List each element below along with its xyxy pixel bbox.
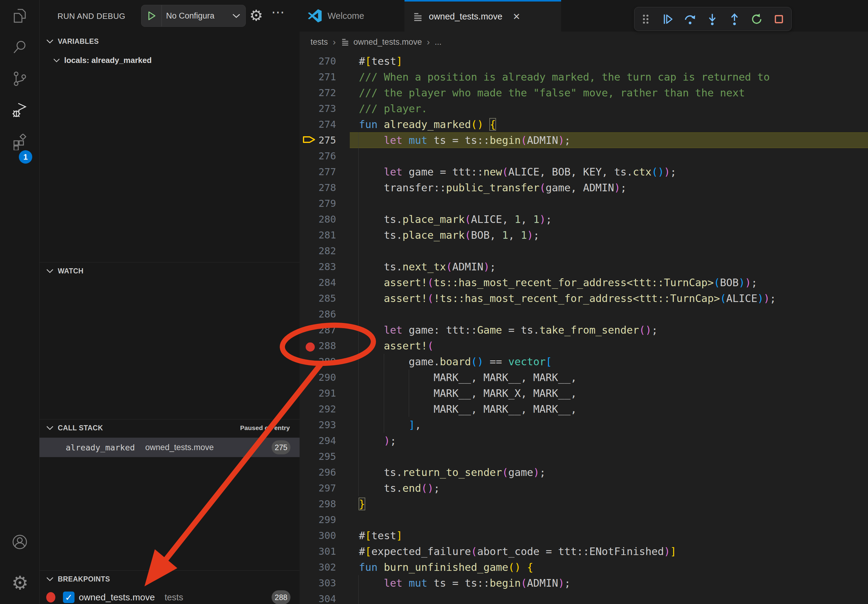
breadcrumb-item[interactable]: tests <box>310 37 328 47</box>
paused-status: Paused on entry <box>240 424 290 432</box>
activity-bar: 1 ⚙ <box>0 0 40 604</box>
step-into-button[interactable] <box>701 7 723 31</box>
more-actions-icon[interactable]: ⋯ <box>271 4 285 20</box>
code-text: ts.end(); <box>359 480 440 496</box>
code-line-277[interactable]: 277 let game = ttt::new(ALICE, BOB, KEY,… <box>299 164 868 180</box>
code-line-271[interactable]: 271/// When a position is already marked… <box>299 69 868 85</box>
breakpoint-file: owned_tests.move <box>79 592 155 602</box>
code-line-302[interactable]: 302fun burn_unfinished_game() { <box>299 559 868 575</box>
code-line-295[interactable]: 295 <box>299 449 868 465</box>
tab-owned-tests-move[interactable]: owned_tests.move ✕ <box>405 0 561 32</box>
chevron-right-icon: › <box>427 37 430 47</box>
continue-button[interactable] <box>657 7 679 31</box>
code-line-273[interactable]: 273/// player. <box>299 101 868 116</box>
editor-group: Welcome owned_tests.move ✕ <box>299 0 868 604</box>
extensions-icon[interactable] <box>12 134 28 150</box>
code-line-289[interactable]: 289 game.board() == vector[ <box>299 354 868 370</box>
config-dropdown[interactable]: No Configura <box>166 11 232 21</box>
stop-button[interactable] <box>768 7 790 31</box>
code-line-296[interactable]: 296 ts.return_to_sender(game); <box>299 465 868 480</box>
line-number: 283 <box>313 259 336 275</box>
code-line-281[interactable]: 281 ts.place_mark(BOB, 1, 1); <box>299 227 868 243</box>
code-line-300[interactable]: 300#[test] <box>299 528 868 544</box>
breadcrumb-item[interactable]: owned_tests.move <box>353 37 422 47</box>
breakpoint-item[interactable]: ✓owned_tests.movetests288 <box>40 589 299 604</box>
debug-settings-gear-icon[interactable]: ⚙ <box>250 7 263 24</box>
code-line-304[interactable]: 304 <box>299 591 868 604</box>
search-icon[interactable] <box>12 39 28 55</box>
line-number: 275 <box>313 132 336 148</box>
code-line-290[interactable]: 290 MARK__, MARK__, MARK__, <box>299 370 868 385</box>
explorer-icon[interactable] <box>12 8 28 24</box>
code-line-287[interactable]: 287 let game: ttt::Game = ts.take_from_s… <box>299 322 868 338</box>
vscode-logo-icon <box>307 9 322 23</box>
code-text: ts.place_mark(ALICE, 1, 1); <box>359 211 552 227</box>
account-icon[interactable] <box>12 534 28 550</box>
code-line-291[interactable]: 291 MARK__, MARK_X, MARK__, <box>299 385 868 401</box>
code-line-293[interactable]: 293 ], <box>299 417 868 433</box>
code-line-288[interactable]: 288 assert!( <box>299 338 868 354</box>
code-line-270[interactable]: 270#[test] <box>299 53 868 69</box>
code-line-285[interactable]: 285 assert!(!ts::has_most_recent_for_add… <box>299 290 868 306</box>
code-line-301[interactable]: 301#[expected_failure(abort_code = ttt::… <box>299 544 868 559</box>
line-number: 294 <box>313 433 336 449</box>
breadcrumb-item[interactable]: ... <box>435 37 442 47</box>
step-over-button[interactable] <box>679 7 701 31</box>
tab-welcome[interactable]: Welcome <box>299 0 405 32</box>
frame-function: already_marked <box>66 443 135 452</box>
variables-section-header[interactable]: VARIABLES <box>40 33 299 50</box>
code-line-303[interactable]: 303 let mut ts = ts::begin(ADMIN); <box>299 575 868 591</box>
code-text: } <box>359 496 365 512</box>
breakpoint-dir: tests <box>164 592 183 602</box>
restart-button[interactable] <box>746 7 768 31</box>
launch-config-control[interactable]: No Configura <box>141 5 246 27</box>
line-number: 298 <box>313 496 336 512</box>
line-number: 297 <box>313 480 336 496</box>
source-control-icon[interactable] <box>12 71 28 87</box>
code-line-278[interactable]: 278 transfer::public_transfer(game, ADMI… <box>299 180 868 195</box>
close-tab-icon[interactable]: ✕ <box>513 11 520 22</box>
breakpoint-checkbox[interactable]: ✓ <box>63 592 74 603</box>
step-out-button[interactable] <box>723 7 746 31</box>
watch-section-header[interactable]: WATCH <box>40 262 299 279</box>
code-line-298[interactable]: 298} <box>299 496 868 512</box>
code-text: ); <box>359 433 396 449</box>
breakpoints-section-header[interactable]: BREAKPOINTS <box>40 570 299 588</box>
code-text: ts.next_tx(ADMIN); <box>359 259 496 275</box>
code-line-294[interactable]: 294 ); <box>299 433 868 449</box>
frame-line-badge: 275 <box>271 440 290 454</box>
code-line-275[interactable]: 275 let mut ts = ts::begin(ADMIN); <box>299 132 868 148</box>
settings-gear-icon[interactable]: ⚙ <box>12 575 28 591</box>
line-number: 278 <box>313 180 336 195</box>
code-line-283[interactable]: 283 ts.next_tx(ADMIN); <box>299 259 868 275</box>
code-text: /// the player who made the "false" move… <box>359 85 745 101</box>
code-line-297[interactable]: 297 ts.end(); <box>299 480 868 496</box>
call-stack-section-header[interactable]: CALL STACK Paused on entry <box>40 419 299 437</box>
code-line-280[interactable]: 280 ts.place_mark(ALICE, 1, 1); <box>299 211 868 227</box>
code-line-282[interactable]: 282 <box>299 243 868 259</box>
start-debugging-button[interactable] <box>141 5 162 26</box>
call-stack-frame[interactable]: already_markedowned_tests.move275 <box>40 438 299 457</box>
line-number: 292 <box>313 401 336 417</box>
code-line-272[interactable]: 272/// the player who made the "false" m… <box>299 85 868 101</box>
code-line-292[interactable]: 292 MARK__, MARK__, MARK__, <box>299 401 868 417</box>
line-number: 282 <box>313 243 336 259</box>
chevron-down-icon <box>232 13 240 18</box>
line-number: 274 <box>313 116 336 132</box>
code-line-279[interactable]: 279 <box>299 195 868 211</box>
line-number: 270 <box>313 53 336 69</box>
line-number: 296 <box>313 465 336 480</box>
line-number: 286 <box>313 306 336 322</box>
code-text: /// player. <box>359 101 427 116</box>
code-line-299[interactable]: 299 <box>299 512 868 528</box>
code-line-274[interactable]: 274fun already_marked() { <box>299 116 868 132</box>
toolbar-drag-handle[interactable] <box>634 7 657 31</box>
line-number: 293 <box>313 417 336 433</box>
code-line-284[interactable]: 284 assert!(ts::has_most_recent_for_addr… <box>299 275 868 290</box>
code-text: ts.place_mark(BOB, 1, 1); <box>359 227 539 243</box>
code-line-276[interactable]: 276 <box>299 148 868 164</box>
code-line-286[interactable]: 286 <box>299 306 868 322</box>
code-text: fun burn_unfinished_game() { <box>359 559 533 575</box>
variables-scope-row[interactable]: locals: already_marked <box>40 52 299 69</box>
run-and-debug-icon[interactable] <box>12 102 28 119</box>
